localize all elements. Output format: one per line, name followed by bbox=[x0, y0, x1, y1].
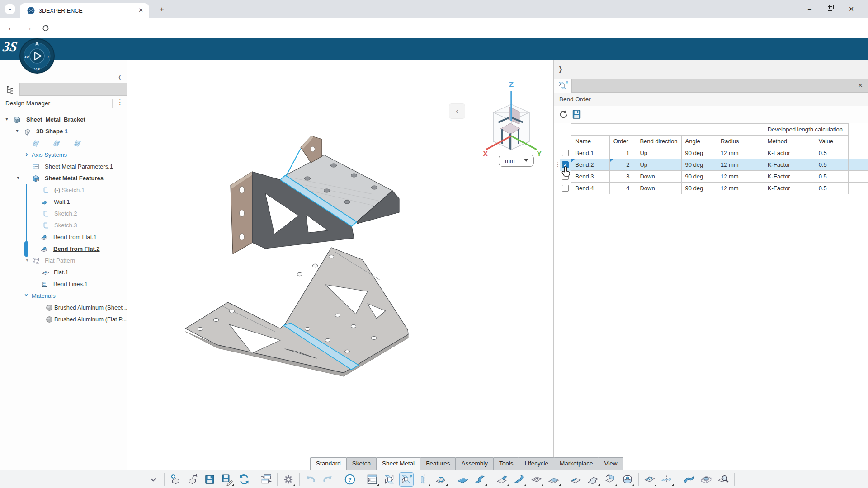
tree-item-label[interactable]: Bend Lines.1 bbox=[53, 281, 88, 287]
transfer-button[interactable] bbox=[259, 472, 274, 487]
table-row-bend-2[interactable]: Bend.22Up90 deg12 mmK-Factor0.5 bbox=[560, 159, 868, 171]
sync-button[interactable] bbox=[237, 472, 251, 487]
tree-item-brushed-aluminum-flat-p[interactable]: Brushed Aluminum (Flat P... bbox=[0, 314, 127, 325]
window-restore-button[interactable] bbox=[820, 0, 841, 18]
cell-name[interactable]: Bend.4 bbox=[571, 183, 609, 194]
tab-assembly[interactable]: Assembly bbox=[455, 457, 494, 470]
save-button[interactable] bbox=[203, 472, 217, 487]
tree-item-flat-1[interactable]: Flat.1 bbox=[0, 267, 127, 278]
cell-order[interactable]: 2 bbox=[609, 159, 636, 171]
row-checkbox[interactable] bbox=[562, 150, 569, 156]
column-header-radius[interactable]: Radius bbox=[717, 136, 764, 147]
compass-icon[interactable]: 3D V,R i' bbox=[19, 38, 55, 74]
tree-item-label[interactable]: Brushed Aluminum (Sheet ... bbox=[54, 304, 129, 311]
column-header-bend-direction[interactable]: Bend direction bbox=[636, 136, 681, 147]
jog-button[interactable] bbox=[586, 472, 600, 487]
expander-icon[interactable]: ▾ bbox=[4, 116, 10, 122]
tree-item-label[interactable]: (-) Sketch.1 bbox=[54, 187, 85, 193]
tree-item-label[interactable]: Sketch.2 bbox=[54, 210, 77, 217]
undo-button[interactable] bbox=[303, 472, 318, 487]
cell-name[interactable]: Bend.2 bbox=[571, 159, 609, 171]
panel-close-icon[interactable]: ✕ bbox=[858, 82, 863, 89]
tree-item-wall-1[interactable]: Wall.1 bbox=[0, 196, 127, 208]
new-tab-button[interactable]: + bbox=[156, 4, 167, 15]
cell-value[interactable]: 0.5 bbox=[815, 171, 848, 183]
tab-bend-order[interactable]: # bbox=[554, 79, 572, 93]
tree-item-label[interactable]: 3D Shape 1 bbox=[36, 128, 68, 135]
table-row-bend-1[interactable]: Bend.11Up90 deg12 mmK-Factor0.5 bbox=[560, 147, 868, 159]
refresh-icon[interactable] bbox=[558, 109, 569, 120]
rollback-bar-thumb[interactable] bbox=[24, 241, 28, 257]
cell-radius[interactable]: 12 mm bbox=[717, 147, 764, 159]
freeform-bend-button[interactable] bbox=[682, 472, 696, 487]
save-as-button[interactable] bbox=[220, 472, 234, 487]
new-part-button[interactable] bbox=[168, 472, 183, 487]
tab-sheet-metal[interactable]: Sheet Metal bbox=[376, 457, 420, 470]
undo-view-button[interactable]: ‹ bbox=[449, 103, 465, 119]
cell-angle[interactable]: 90 deg bbox=[681, 183, 717, 194]
cell-method[interactable]: K-Factor bbox=[764, 171, 815, 183]
curl-button[interactable] bbox=[512, 472, 527, 487]
tab-tools[interactable]: Tools bbox=[493, 457, 519, 470]
cell-value[interactable]: 0.5 bbox=[815, 147, 848, 159]
tree-item-bend-from-flat-1[interactable]: Bend from Flat.1 bbox=[0, 231, 127, 243]
cell-angle[interactable]: 90 deg bbox=[681, 159, 717, 171]
tree-item-sketch-2[interactable]: Sketch.2 bbox=[0, 208, 127, 220]
tab-search-chevron-icon[interactable]: ⌄ bbox=[5, 4, 15, 14]
coil-button[interactable] bbox=[620, 472, 635, 487]
tree-item-label[interactable]: Bend from Flat.2 bbox=[53, 245, 100, 252]
mirror-feature-button[interactable] bbox=[660, 472, 674, 487]
fold-unfold-button[interactable] bbox=[603, 472, 618, 487]
tree-item-label[interactable]: Sheet_Metal_Bracket bbox=[26, 116, 85, 123]
reload-icon[interactable] bbox=[41, 23, 51, 33]
bend-order-button[interactable]: # bbox=[399, 472, 414, 487]
cell-direction[interactable]: Down bbox=[636, 171, 681, 183]
tree-item-sheet-metal-parameters-1[interactable]: Sheet Metal Parameters.1 bbox=[0, 161, 127, 173]
expander-icon[interactable]: ▾ bbox=[14, 127, 20, 134]
save-icon[interactable] bbox=[571, 108, 582, 120]
tree-item-3d-shape-1[interactable]: ▾3D Shape 1 bbox=[0, 126, 127, 137]
expander-icon[interactable]: ▾ bbox=[24, 257, 30, 263]
tree-item-label[interactable]: Brushed Aluminum (Flat P... bbox=[54, 316, 127, 323]
table-row-bend-3[interactable]: Bend.33Down90 deg12 mmK-Factor0.5 bbox=[560, 171, 868, 183]
cell-radius[interactable]: 12 mm bbox=[717, 171, 764, 183]
tree-item-label[interactable]: Sketch.3 bbox=[54, 222, 77, 229]
column-header-order[interactable]: Order bbox=[609, 136, 636, 147]
tree-item-label[interactable]: Materials bbox=[32, 292, 56, 299]
tree-item-sketch-1[interactable]: (-) Sketch.1 bbox=[0, 184, 127, 196]
tree-item-label[interactable]: Bend from Flat.1 bbox=[53, 234, 97, 240]
tree-item-sketch-3[interactable]: Sketch.3 bbox=[0, 220, 127, 231]
cell-direction[interactable]: Up bbox=[636, 159, 681, 171]
cell-order[interactable]: 4 bbox=[609, 183, 636, 194]
expander-icon[interactable]: ▾ bbox=[15, 174, 21, 181]
settings-button[interactable] bbox=[281, 472, 296, 487]
tree-item-axis-systems[interactable]: ›Axis Systems bbox=[0, 149, 127, 161]
bend-from-flat-button[interactable] bbox=[495, 472, 509, 487]
dome-button[interactable] bbox=[547, 472, 561, 487]
browser-tab[interactable]: 3DEXPERIENCE ✕ bbox=[20, 3, 149, 18]
kebab-menu-icon[interactable]: ⋮ bbox=[117, 98, 123, 106]
cell-angle[interactable]: 90 deg bbox=[681, 171, 717, 183]
panel-collapse-icon[interactable]: ❬ bbox=[118, 74, 123, 80]
collapse-toolbar-button[interactable] bbox=[146, 472, 160, 487]
tree-item-flat-pattern[interactable]: ▾Flat Pattern bbox=[0, 255, 127, 267]
units-dropdown[interactable]: mm bbox=[499, 155, 534, 167]
tree-item-sheet-metal-bracket[interactable]: ▾Sheet_Metal_Bracket bbox=[0, 114, 127, 126]
tab-standard[interactable]: Standard bbox=[310, 457, 347, 470]
tab-design-manager[interactable] bbox=[0, 83, 20, 96]
flange-button[interactable] bbox=[473, 472, 487, 487]
tab-sketch[interactable]: Sketch bbox=[346, 457, 377, 470]
column-header-method[interactable]: Method bbox=[764, 136, 815, 147]
tree-item-label[interactable]: Wall.1 bbox=[54, 198, 70, 205]
expander-icon[interactable]: › bbox=[23, 292, 31, 298]
cell-method[interactable]: K-Factor bbox=[764, 159, 815, 171]
cell-name[interactable]: Bend.3 bbox=[571, 171, 609, 183]
plane-yz-icon[interactable]: YZ bbox=[52, 138, 61, 148]
cell-radius[interactable]: 12 mm bbox=[717, 159, 764, 171]
tree-item-bend-lines-1[interactable]: Bend Lines.1 bbox=[0, 278, 127, 290]
open-part-button[interactable] bbox=[185, 472, 200, 487]
tab-close-icon[interactable]: ✕ bbox=[137, 7, 145, 14]
tree-item-reference-planes[interactable]: XYYZZX bbox=[0, 137, 127, 149]
sheet-parameters-button[interactable] bbox=[365, 472, 379, 487]
tree-item-label[interactable]: Sheet Metal Parameters.1 bbox=[45, 163, 113, 170]
